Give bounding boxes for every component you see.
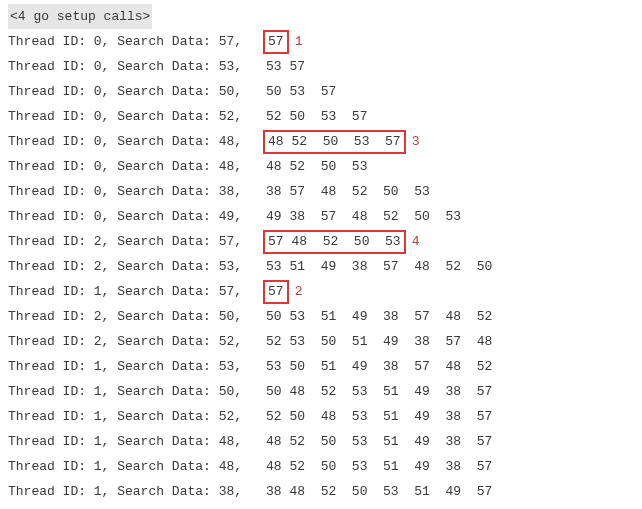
line-values: 52 50 48 53 51 49 38 57 [266,404,492,429]
line-values: 52 50 53 57 [266,104,367,129]
line-values: 50 53 57 [266,79,336,104]
highlight-box: 48 52 50 53 57 [263,130,406,154]
line-values: 50 53 51 49 38 57 48 52 [266,304,492,329]
line-prefix: Thread ID: 2, Search Data: 57, [8,229,242,254]
line-prefix: Thread ID: 1, Search Data: 38, [8,479,242,504]
log-line: Thread ID: 0, Search Data: 38,38 57 48 5… [8,179,634,204]
log-line: Thread ID: 0, Search Data: 49,49 38 57 4… [8,204,634,229]
log-line: Thread ID: 1, Search Data: 48,48 52 50 5… [8,454,634,479]
line-prefix: Thread ID: 0, Search Data: 48, [8,154,242,179]
line-prefix: Thread ID: 0, Search Data: 53, [8,54,242,79]
line-values: 38 57 48 52 50 53 [266,179,430,204]
line-values: 48 52 50 53 51 49 38 57 [266,429,492,454]
line-prefix: Thread ID: 1, Search Data: 57, [8,279,242,304]
log-line: Thread ID: 1, Search Data: 50,50 48 52 5… [8,379,634,404]
log-line: Thread ID: 1, Search Data: 52,52 50 48 5… [8,404,634,429]
line-values: 48 52 50 53 57 [266,129,406,154]
highlight-box: 57 [263,280,289,304]
annotation-label: 1 [295,29,303,54]
annotation-label: 4 [412,229,420,254]
log-line: Thread ID: 2, Search Data: 50,50 53 51 4… [8,304,634,329]
line-values: 57 [266,279,289,304]
annotation-label: 3 [412,129,420,154]
log-line: Thread ID: 0, Search Data: 52,52 50 53 5… [8,104,634,129]
log-line: Thread ID: 0, Search Data: 50,50 53 57 [8,79,634,104]
log-body: Thread ID: 0, Search Data: 57,571Thread … [8,29,634,509]
line-prefix: Thread ID: 0, Search Data: 48, [8,129,242,154]
log-header: <4 go setup calls> [8,4,634,29]
log-line: Thread ID: 2, Search Data: 57,57 48 52 5… [8,229,634,254]
line-prefix: Thread ID: 1, Search Data: 52, [8,404,242,429]
line-values: 48 52 50 53 51 49 38 57 [266,454,492,479]
log-line: Thread ID: 1, Search Data: 53,53 50 51 4… [8,354,634,379]
line-values: 57 [266,29,289,54]
log-line: Thread ID: 1, Search Data: 48,48 52 50 5… [8,429,634,454]
line-values: 57 48 52 50 53 [266,229,406,254]
line-prefix: Thread ID: 0, Search Data: 49, [8,204,242,229]
log-line: Thread ID: 0, Search Data: 48,48 52 50 5… [8,154,634,179]
line-prefix: Thread ID: 0, Search Data: 57, [8,29,242,54]
log-line: Thread ID: 0, Search Data: 48,48 52 50 5… [8,129,634,154]
log-line: Thread ID: 2, Search Data: 53,53 51 49 3… [8,254,634,279]
line-prefix: Thread ID: 2, Search Data: 52, [8,329,242,354]
line-values: 48 52 50 53 [266,154,367,179]
log-line: Thread ID: 0, Search Data: 57,571 [8,29,634,54]
header-text: <4 go setup calls> [8,4,152,29]
line-values: 52 53 50 51 49 38 57 48 [266,329,492,354]
line-values: 38 48 52 50 53 51 49 57 [266,479,492,504]
line-values: 53 51 49 38 57 48 52 50 [266,254,492,279]
highlight-box: 57 [263,30,289,54]
log-line: Thread ID: 0, Search Data: 53,53 57 [8,54,634,79]
line-prefix: Thread ID: 2, Search Data: 50, [8,304,242,329]
line-values: 53 57 [266,54,305,79]
log-line: Thread ID: 2, Search Data: 52,52 53 50 5… [8,329,634,354]
line-prefix: Thread ID: 0, Search Data: 52, [8,104,242,129]
line-prefix: Thread ID: 0, Search Data: 38, [8,179,242,204]
highlight-box: 57 48 52 50 53 [263,230,406,254]
line-prefix: Thread ID: 1, Search Data: 48, [8,429,242,454]
line-prefix: Thread ID: 0, Search Data: 50, [8,79,242,104]
line-values: 49 38 57 48 52 50 53 [266,204,461,229]
log-line: Thread ID: 1, Search Data: 49,49 38 48 5… [8,504,634,509]
line-prefix: Thread ID: 1, Search Data: 49, [8,504,242,509]
line-prefix: Thread ID: 1, Search Data: 48, [8,454,242,479]
line-values: 53 50 51 49 38 57 48 52 [266,354,492,379]
line-prefix: Thread ID: 2, Search Data: 53, [8,254,242,279]
line-prefix: Thread ID: 1, Search Data: 53, [8,354,242,379]
annotation-label: 2 [295,279,303,304]
line-values: 49 38 48 52 50 53 51 57 [266,504,492,509]
line-values: 50 48 52 53 51 49 38 57 [266,379,492,404]
log-line: Thread ID: 1, Search Data: 57,572 [8,279,634,304]
log-line: Thread ID: 1, Search Data: 38,38 48 52 5… [8,479,634,504]
line-prefix: Thread ID: 1, Search Data: 50, [8,379,242,404]
